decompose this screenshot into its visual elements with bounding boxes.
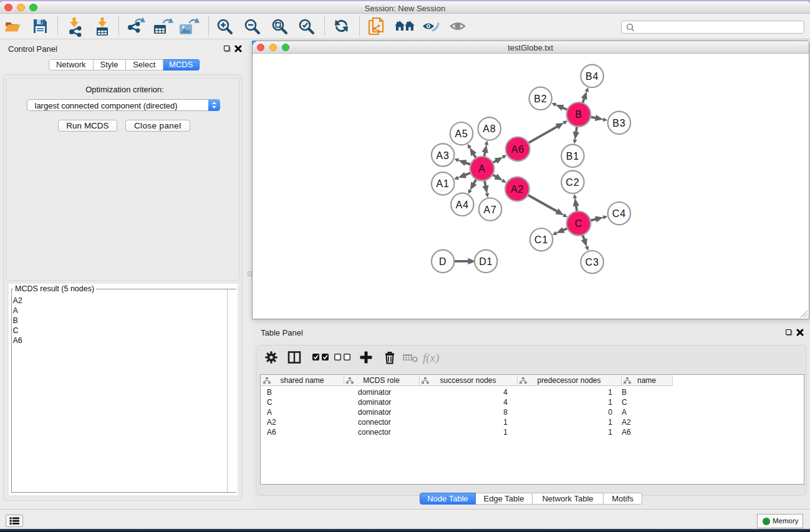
svg-text:B3: B3: [612, 117, 625, 128]
svg-text:B4: B4: [586, 70, 599, 81]
svg-text:B1: B1: [566, 150, 579, 161]
svg-text:A6: A6: [511, 143, 524, 154]
svg-text:A8: A8: [483, 123, 496, 134]
svg-text:A1: A1: [436, 178, 449, 189]
svg-text:A7: A7: [483, 204, 496, 215]
svg-text:C3: C3: [585, 257, 599, 268]
svg-text:C4: C4: [612, 208, 625, 219]
svg-text:D: D: [439, 256, 446, 266]
svg-text:B2: B2: [534, 93, 547, 104]
svg-text:A3: A3: [436, 150, 449, 160]
svg-text:A2: A2: [510, 184, 523, 195]
svg-text:C: C: [574, 218, 582, 229]
svg-text:A5: A5: [455, 128, 468, 139]
svg-text:B: B: [575, 109, 582, 120]
svg-text:A: A: [478, 163, 485, 174]
svg-text:A4: A4: [455, 199, 468, 210]
svg-text:C1: C1: [534, 235, 548, 245]
svg-text:C2: C2: [566, 177, 579, 187]
svg-text:D1: D1: [479, 256, 493, 266]
